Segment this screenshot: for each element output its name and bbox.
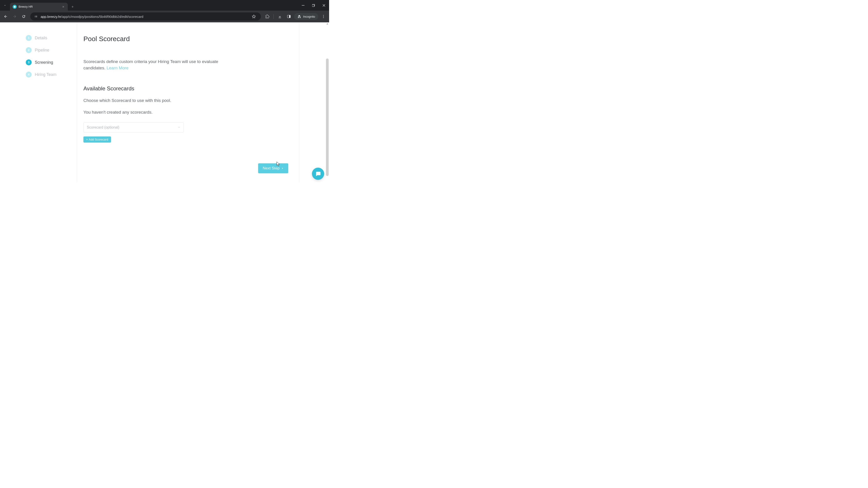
available-heading: Available Scorecards (84, 86, 288, 92)
svg-point-6 (323, 16, 324, 17)
tab-title: Breezy HR (19, 5, 60, 8)
svg-point-5 (323, 15, 324, 15)
step-pipeline[interactable]: 2Pipeline (26, 47, 77, 53)
page-viewport: 1Details2Pipeline3Screening4Hiring Team … (0, 22, 329, 184)
description-text: Scorecards define custom criteria your H… (84, 59, 218, 70)
choose-text: Choose which Scorecard to use with this … (84, 98, 288, 103)
address-bar[interactable]: app.breezy.hr/app/c/moodjoy/positions/5b… (30, 12, 261, 21)
incognito-label: Incognito (303, 15, 315, 18)
step-number-badge: 1 (26, 35, 32, 41)
step-number-badge: 4 (26, 72, 32, 77)
step-hiring-team[interactable]: 4Hiring Team (26, 72, 77, 77)
page-title: Pool Scorecard (84, 35, 288, 43)
scorecard-select[interactable]: Scorecard (optional) (84, 123, 184, 132)
url-text: app.breezy.hr/app/c/moodjoy/positions/5b… (41, 15, 143, 19)
learn-more-link[interactable]: Learn More (106, 66, 128, 70)
tab-search-button[interactable] (0, 0, 10, 11)
back-button[interactable] (2, 13, 9, 20)
forward-button[interactable] (11, 13, 19, 20)
tab-close-button[interactable] (61, 5, 65, 8)
reload-button[interactable] (20, 13, 28, 20)
empty-state-text: You haven't created any scorecards. (84, 110, 288, 115)
maximize-button[interactable] (308, 0, 319, 11)
close-window-button[interactable] (319, 0, 329, 11)
plus-icon: + (86, 138, 88, 141)
main-panel: Pool Scorecard Scorecards define custom … (77, 22, 299, 182)
scorecard-description: Scorecards define custom criteria your H… (84, 59, 223, 71)
extensions-button[interactable] (264, 13, 271, 20)
chevron-right-icon (281, 167, 284, 170)
browser-tab[interactable]: Breezy HR (10, 3, 68, 11)
new-tab-button[interactable] (69, 3, 76, 10)
next-step-button[interactable]: Next Step (258, 163, 288, 173)
svg-rect-2 (312, 4, 314, 6)
side-panel-button[interactable] (285, 13, 293, 20)
add-scorecard-label: Add Scorecard (89, 138, 108, 141)
downloads-button[interactable] (276, 13, 284, 20)
step-label: Details (35, 36, 47, 40)
step-label: Hiring Team (35, 72, 57, 77)
favicon-icon (13, 5, 17, 9)
bookmark-button[interactable] (250, 13, 258, 20)
vertical-scrollbar[interactable] (326, 22, 329, 184)
url-path: /app/c/moodjoy/positions/5b46f90dbb2d/ed… (61, 15, 144, 19)
svg-rect-0 (302, 5, 305, 6)
step-number-badge: 2 (26, 47, 32, 53)
scroll-up-button[interactable] (326, 22, 329, 26)
svg-rect-4 (289, 15, 290, 18)
step-number-badge: 3 (26, 59, 32, 65)
url-host: app.breezy.hr (41, 15, 61, 19)
select-placeholder: Scorecard (optional) (87, 125, 119, 129)
step-details[interactable]: 1Details (26, 35, 77, 41)
next-step-label: Next Step (263, 166, 280, 170)
add-scorecard-button[interactable]: + Add Scorecard (84, 136, 111, 142)
incognito-indicator[interactable]: Incognito (294, 13, 318, 20)
menu-button[interactable] (320, 13, 327, 20)
svg-point-7 (323, 18, 324, 18)
site-info-icon[interactable] (33, 14, 38, 19)
minimize-button[interactable] (298, 0, 308, 11)
step-label: Screening (35, 60, 53, 65)
chat-widget-button[interactable] (312, 168, 324, 180)
window-controls (298, 0, 329, 11)
browser-tab-strip: Breezy HR (0, 0, 329, 11)
step-label: Pipeline (35, 48, 49, 53)
step-screening[interactable]: 3Screening (26, 59, 77, 65)
step-sidebar: 1Details2Pipeline3Screening4Hiring Team (0, 22, 77, 182)
browser-toolbar: app.breezy.hr/app/c/moodjoy/positions/5b… (0, 11, 329, 22)
chevron-down-icon (178, 125, 180, 129)
scrollbar-thumb[interactable] (326, 59, 329, 176)
